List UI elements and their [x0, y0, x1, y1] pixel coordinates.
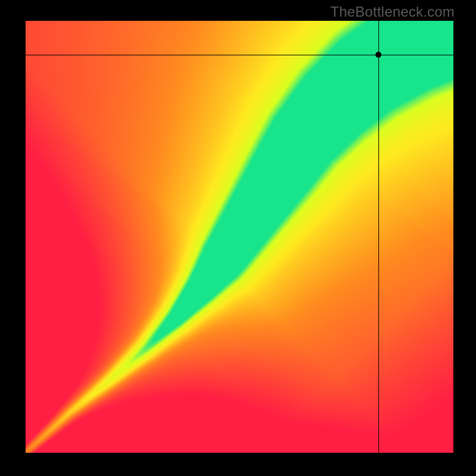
heatmap-canvas [26, 21, 453, 453]
heatmap-plot [26, 21, 453, 453]
watermark-text: TheBottleneck.com [330, 4, 455, 20]
crosshair-horizontal [26, 55, 453, 55]
selection-marker[interactable] [375, 52, 381, 58]
crosshair-vertical [378, 21, 379, 453]
app-frame: TheBottleneck.com [0, 0, 476, 476]
